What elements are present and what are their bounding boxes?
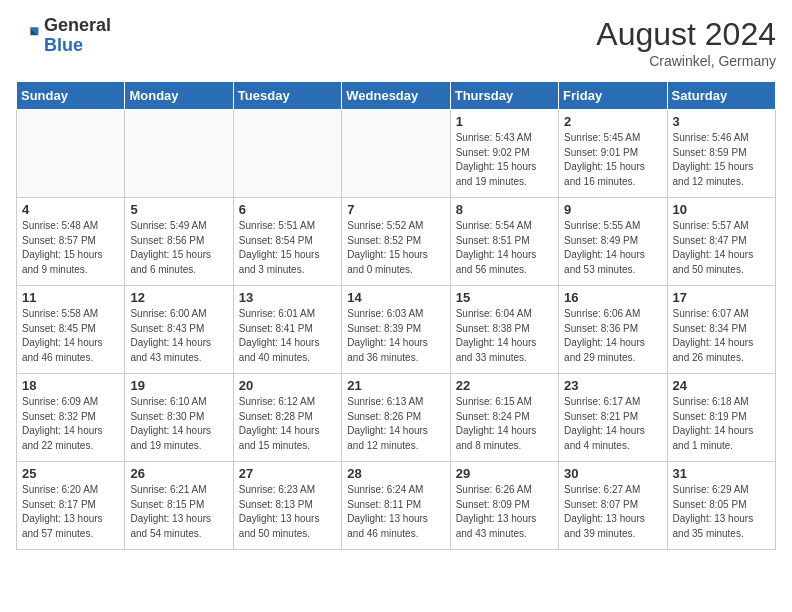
day-number: 9 <box>564 202 661 217</box>
day-cell: 25Sunrise: 6:20 AM Sunset: 8:17 PM Dayli… <box>17 462 125 550</box>
day-number: 28 <box>347 466 444 481</box>
day-cell <box>342 110 450 198</box>
day-cell: 11Sunrise: 5:58 AM Sunset: 8:45 PM Dayli… <box>17 286 125 374</box>
col-header-tuesday: Tuesday <box>233 82 341 110</box>
day-number: 19 <box>130 378 227 393</box>
day-info: Sunrise: 6:21 AM Sunset: 8:15 PM Dayligh… <box>130 483 227 541</box>
day-info: Sunrise: 6:26 AM Sunset: 8:09 PM Dayligh… <box>456 483 553 541</box>
day-cell: 27Sunrise: 6:23 AM Sunset: 8:13 PM Dayli… <box>233 462 341 550</box>
day-number: 7 <box>347 202 444 217</box>
day-cell: 10Sunrise: 5:57 AM Sunset: 8:47 PM Dayli… <box>667 198 775 286</box>
day-info: Sunrise: 6:15 AM Sunset: 8:24 PM Dayligh… <box>456 395 553 453</box>
logo-general: General <box>44 16 111 36</box>
day-info: Sunrise: 6:09 AM Sunset: 8:32 PM Dayligh… <box>22 395 119 453</box>
logo-icon <box>16 24 40 48</box>
day-cell: 8Sunrise: 5:54 AM Sunset: 8:51 PM Daylig… <box>450 198 558 286</box>
day-number: 21 <box>347 378 444 393</box>
logo-text: General Blue <box>44 16 111 56</box>
col-header-thursday: Thursday <box>450 82 558 110</box>
day-cell: 12Sunrise: 6:00 AM Sunset: 8:43 PM Dayli… <box>125 286 233 374</box>
week-row-2: 4Sunrise: 5:48 AM Sunset: 8:57 PM Daylig… <box>17 198 776 286</box>
day-number: 8 <box>456 202 553 217</box>
day-number: 17 <box>673 290 770 305</box>
day-number: 11 <box>22 290 119 305</box>
day-info: Sunrise: 5:55 AM Sunset: 8:49 PM Dayligh… <box>564 219 661 277</box>
day-number: 16 <box>564 290 661 305</box>
day-info: Sunrise: 6:29 AM Sunset: 8:05 PM Dayligh… <box>673 483 770 541</box>
day-cell: 9Sunrise: 5:55 AM Sunset: 8:49 PM Daylig… <box>559 198 667 286</box>
col-header-sunday: Sunday <box>17 82 125 110</box>
day-number: 13 <box>239 290 336 305</box>
day-number: 20 <box>239 378 336 393</box>
day-cell: 26Sunrise: 6:21 AM Sunset: 8:15 PM Dayli… <box>125 462 233 550</box>
day-info: Sunrise: 5:45 AM Sunset: 9:01 PM Dayligh… <box>564 131 661 189</box>
day-info: Sunrise: 5:57 AM Sunset: 8:47 PM Dayligh… <box>673 219 770 277</box>
day-info: Sunrise: 5:48 AM Sunset: 8:57 PM Dayligh… <box>22 219 119 277</box>
day-number: 24 <box>673 378 770 393</box>
day-number: 10 <box>673 202 770 217</box>
calendar-table: SundayMondayTuesdayWednesdayThursdayFrid… <box>16 81 776 550</box>
day-info: Sunrise: 6:04 AM Sunset: 8:38 PM Dayligh… <box>456 307 553 365</box>
day-number: 6 <box>239 202 336 217</box>
day-cell <box>233 110 341 198</box>
day-info: Sunrise: 5:46 AM Sunset: 8:59 PM Dayligh… <box>673 131 770 189</box>
day-cell: 19Sunrise: 6:10 AM Sunset: 8:30 PM Dayli… <box>125 374 233 462</box>
header-row: SundayMondayTuesdayWednesdayThursdayFrid… <box>17 82 776 110</box>
day-number: 2 <box>564 114 661 129</box>
day-info: Sunrise: 6:07 AM Sunset: 8:34 PM Dayligh… <box>673 307 770 365</box>
day-info: Sunrise: 6:23 AM Sunset: 8:13 PM Dayligh… <box>239 483 336 541</box>
day-number: 30 <box>564 466 661 481</box>
day-cell: 18Sunrise: 6:09 AM Sunset: 8:32 PM Dayli… <box>17 374 125 462</box>
day-info: Sunrise: 6:20 AM Sunset: 8:17 PM Dayligh… <box>22 483 119 541</box>
day-cell: 6Sunrise: 5:51 AM Sunset: 8:54 PM Daylig… <box>233 198 341 286</box>
day-info: Sunrise: 6:03 AM Sunset: 8:39 PM Dayligh… <box>347 307 444 365</box>
day-info: Sunrise: 5:52 AM Sunset: 8:52 PM Dayligh… <box>347 219 444 277</box>
logo-blue: Blue <box>44 36 111 56</box>
day-number: 14 <box>347 290 444 305</box>
day-cell: 17Sunrise: 6:07 AM Sunset: 8:34 PM Dayli… <box>667 286 775 374</box>
day-cell: 31Sunrise: 6:29 AM Sunset: 8:05 PM Dayli… <box>667 462 775 550</box>
day-info: Sunrise: 5:43 AM Sunset: 9:02 PM Dayligh… <box>456 131 553 189</box>
day-cell: 2Sunrise: 5:45 AM Sunset: 9:01 PM Daylig… <box>559 110 667 198</box>
col-header-monday: Monday <box>125 82 233 110</box>
day-info: Sunrise: 6:01 AM Sunset: 8:41 PM Dayligh… <box>239 307 336 365</box>
day-info: Sunrise: 5:49 AM Sunset: 8:56 PM Dayligh… <box>130 219 227 277</box>
day-info: Sunrise: 5:51 AM Sunset: 8:54 PM Dayligh… <box>239 219 336 277</box>
day-number: 26 <box>130 466 227 481</box>
day-cell <box>17 110 125 198</box>
day-cell: 29Sunrise: 6:26 AM Sunset: 8:09 PM Dayli… <box>450 462 558 550</box>
day-cell: 30Sunrise: 6:27 AM Sunset: 8:07 PM Dayli… <box>559 462 667 550</box>
day-cell: 23Sunrise: 6:17 AM Sunset: 8:21 PM Dayli… <box>559 374 667 462</box>
day-cell <box>125 110 233 198</box>
day-cell: 28Sunrise: 6:24 AM Sunset: 8:11 PM Dayli… <box>342 462 450 550</box>
day-cell: 4Sunrise: 5:48 AM Sunset: 8:57 PM Daylig… <box>17 198 125 286</box>
day-number: 15 <box>456 290 553 305</box>
day-number: 4 <box>22 202 119 217</box>
day-cell: 20Sunrise: 6:12 AM Sunset: 8:28 PM Dayli… <box>233 374 341 462</box>
week-row-5: 25Sunrise: 6:20 AM Sunset: 8:17 PM Dayli… <box>17 462 776 550</box>
day-number: 23 <box>564 378 661 393</box>
day-info: Sunrise: 6:10 AM Sunset: 8:30 PM Dayligh… <box>130 395 227 453</box>
col-header-saturday: Saturday <box>667 82 775 110</box>
day-cell: 22Sunrise: 6:15 AM Sunset: 8:24 PM Dayli… <box>450 374 558 462</box>
logo: General Blue <box>16 16 111 56</box>
day-info: Sunrise: 6:18 AM Sunset: 8:19 PM Dayligh… <box>673 395 770 453</box>
day-cell: 7Sunrise: 5:52 AM Sunset: 8:52 PM Daylig… <box>342 198 450 286</box>
day-cell: 1Sunrise: 5:43 AM Sunset: 9:02 PM Daylig… <box>450 110 558 198</box>
day-info: Sunrise: 5:58 AM Sunset: 8:45 PM Dayligh… <box>22 307 119 365</box>
day-cell: 14Sunrise: 6:03 AM Sunset: 8:39 PM Dayli… <box>342 286 450 374</box>
day-number: 25 <box>22 466 119 481</box>
day-number: 3 <box>673 114 770 129</box>
day-cell: 3Sunrise: 5:46 AM Sunset: 8:59 PM Daylig… <box>667 110 775 198</box>
week-row-4: 18Sunrise: 6:09 AM Sunset: 8:32 PM Dayli… <box>17 374 776 462</box>
day-cell: 13Sunrise: 6:01 AM Sunset: 8:41 PM Dayli… <box>233 286 341 374</box>
day-cell: 16Sunrise: 6:06 AM Sunset: 8:36 PM Dayli… <box>559 286 667 374</box>
day-cell: 24Sunrise: 6:18 AM Sunset: 8:19 PM Dayli… <box>667 374 775 462</box>
day-number: 12 <box>130 290 227 305</box>
day-info: Sunrise: 6:27 AM Sunset: 8:07 PM Dayligh… <box>564 483 661 541</box>
day-info: Sunrise: 6:12 AM Sunset: 8:28 PM Dayligh… <box>239 395 336 453</box>
col-header-friday: Friday <box>559 82 667 110</box>
day-cell: 21Sunrise: 6:13 AM Sunset: 8:26 PM Dayli… <box>342 374 450 462</box>
title-area: August 2024 Crawinkel, Germany <box>596 16 776 69</box>
day-info: Sunrise: 6:00 AM Sunset: 8:43 PM Dayligh… <box>130 307 227 365</box>
